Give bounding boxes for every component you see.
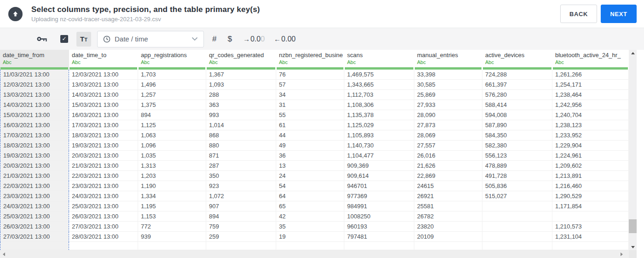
column-header-qr_codes_generated[interactable]: qr_codes_generatedAbc — [206, 50, 276, 70]
column-type-label: Abc — [279, 59, 344, 65]
scroll-right-arrow[interactable] — [618, 250, 625, 258]
column-header-bluetooth_active_24_hr_[interactable]: bluetooth_active_24_hr_Abc — [552, 50, 629, 70]
table-cell: 894 — [138, 110, 206, 120]
table-cell: 491,728 — [482, 171, 552, 181]
table-cell: 23/03/2021 13:00 — [0, 191, 69, 201]
table-cell: 25/03/2021 13:00 — [69, 201, 138, 211]
upload-icon — [8, 7, 23, 21]
table-row: 24/03/2021 13:0025/03/2021 13:001,195907… — [0, 201, 644, 211]
table-row: 19/03/2021 13:0020/03/2021 13:001,035871… — [0, 151, 644, 161]
table-cell: 13/03/2021 13:00 — [0, 90, 69, 100]
table-cell: 556,123 — [482, 151, 552, 161]
wizard-header: Select columns type, precision, and the … — [0, 0, 644, 28]
scroll-left-arrow[interactable] — [0, 250, 7, 258]
table-cell: 26782 — [414, 211, 482, 222]
column-header-active_devices[interactable]: active_devicesAbc — [482, 50, 552, 70]
column-header-nzbn_registered_busine[interactable]: nzbn_registered_busineAbc — [276, 50, 344, 70]
table-cell: 1,229,904 — [552, 141, 629, 151]
table-cell: 1,254,171 — [552, 80, 629, 90]
table-cell — [414, 242, 482, 250]
table-cell: 23/03/2021 13:00 — [69, 181, 138, 191]
table-cell: 22/03/2021 13:00 — [0, 181, 69, 191]
table-cell: 1,125,029 — [344, 120, 414, 130]
column-header-scans[interactable]: scansAbc — [344, 50, 414, 70]
horizontal-scrollbar[interactable] — [0, 250, 629, 258]
table-cell: 20/03/2021 13:00 — [0, 161, 69, 171]
primary-key-button[interactable] — [37, 35, 47, 42]
decrease-decimal-button[interactable]: ←0.00 — [274, 35, 296, 43]
table-cell: 515,027 — [482, 191, 552, 201]
table-row: 25/03/2021 13:0026/03/2021 13:001,153894… — [0, 211, 644, 222]
column-type-label: Abc — [141, 59, 206, 65]
page-title: Select columns type, precision, and the … — [31, 5, 560, 14]
table-cell: 1,209,602 — [552, 161, 629, 171]
increase-decimal-label: 0.0 — [250, 35, 261, 43]
table-row: 17/03/2021 13:0018/03/2021 13:001,063868… — [0, 130, 644, 141]
column-name: scans — [347, 52, 414, 59]
wizard-titles: Select columns type, precision, and the … — [31, 5, 560, 23]
table-row: 18/03/2021 13:0019/03/2021 13:001,096880… — [0, 141, 644, 151]
currency-type-button[interactable]: $ — [227, 35, 232, 44]
number-type-button[interactable]: # — [212, 35, 216, 44]
table-cell: 31 — [276, 100, 344, 110]
include-column-checkbox[interactable]: ✓ — [60, 35, 68, 43]
scroll-down-arrow[interactable] — [629, 244, 637, 250]
table-cell: 1,014 — [206, 120, 276, 130]
table-cell: 259 — [206, 232, 276, 242]
table-cell: 23820 — [414, 222, 482, 232]
table-cell: 759 — [206, 222, 276, 232]
table-cell: 14/03/2021 13:00 — [0, 100, 69, 110]
table-cell: 15/03/2021 13:00 — [69, 100, 138, 110]
table-cell: 1,334 — [138, 191, 206, 201]
column-name: bluetooth_active_24_hr_ — [555, 52, 629, 59]
table-cell: 26/03/2021 13:00 — [0, 222, 69, 232]
text-type-button[interactable]: Tt — [76, 32, 91, 47]
table-cell — [138, 242, 206, 250]
table-cell: 907 — [206, 201, 276, 211]
table-cell: 993 — [206, 110, 276, 120]
table-cell — [552, 211, 629, 222]
table-body: 11/03/2021 13:0012/03/2021 13:001,7031,3… — [0, 70, 644, 250]
table-cell: 939 — [138, 232, 206, 242]
table-cell: 1,257 — [138, 90, 206, 100]
scroll-up-arrow[interactable] — [629, 50, 637, 56]
table-cell: 1,135,378 — [344, 110, 414, 120]
table-cell: 42 — [276, 211, 344, 222]
column-header-app_registrations[interactable]: app_registrationsAbc — [138, 50, 206, 70]
increase-decimal-faded-digit: 0 — [261, 35, 265, 43]
vertical-scroll-thumb[interactable] — [629, 219, 637, 233]
table-cell: 1,210,573 — [552, 222, 629, 232]
column-header-manual_entries[interactable]: manual_entriesAbc — [414, 50, 482, 70]
column-type-label: Abc — [555, 59, 629, 65]
table-cell: 24615 — [414, 181, 482, 191]
next-button[interactable]: NEXT — [601, 5, 637, 23]
table-cell: 64 — [276, 191, 344, 201]
table-row: 20/03/2021 13:0021/03/2021 13:001,313287… — [0, 161, 644, 171]
table-cell: 35 — [276, 222, 344, 232]
table-cell: 19/03/2021 13:00 — [0, 151, 69, 161]
table-cell: 14/03/2021 13:00 — [69, 90, 138, 100]
table-cell: 1,242,956 — [552, 100, 629, 110]
arrow-left-icon: ← — [274, 35, 281, 43]
table-cell: 25581 — [414, 201, 482, 211]
table-cell: 880 — [206, 141, 276, 151]
column-type-dropdown[interactable]: Date / time — [97, 31, 204, 47]
table-cell — [276, 242, 344, 250]
table-cell — [69, 242, 138, 250]
column-header-date_time_to[interactable]: date_time_toAbc — [69, 50, 138, 70]
column-name: manual_entries — [417, 52, 482, 59]
vertical-scrollbar[interactable] — [629, 50, 637, 250]
back-button[interactable]: BACK — [560, 5, 597, 23]
table-cell: 478,889 — [482, 161, 552, 171]
column-name: date_time_to — [72, 52, 138, 59]
column-name: qr_codes_generated — [209, 52, 276, 59]
check-icon: ✓ — [62, 35, 66, 43]
table-cell: 1,171,854 — [552, 201, 629, 211]
triangle-left-icon — [3, 252, 5, 256]
column-header-date_time_from[interactable]: date_time_fromAbc — [0, 50, 69, 70]
increase-decimal-button[interactable]: →0.00 — [243, 35, 265, 43]
table-cell — [0, 242, 69, 250]
table-cell: 22/03/2021 13:00 — [69, 171, 138, 181]
table-cell: 26/03/2021 13:00 — [69, 211, 138, 222]
table-cell: 20/03/2021 13:00 — [69, 151, 138, 161]
